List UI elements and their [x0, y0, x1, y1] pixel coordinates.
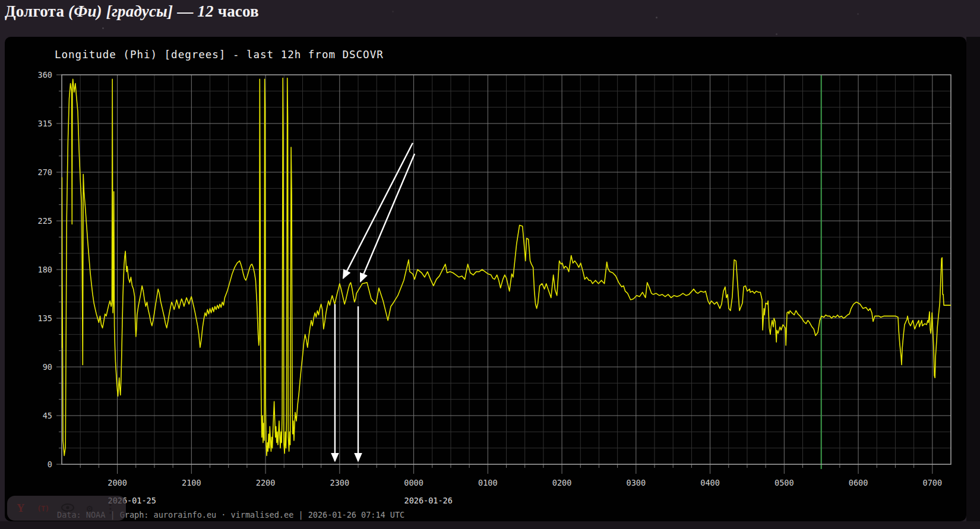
eye-icon-glyph [61, 503, 74, 512]
x-tick-label: 0300 [627, 478, 646, 487]
x-tick-label: 0100 [478, 478, 498, 487]
x-tick-label: 2000 [108, 478, 127, 487]
y-tick-label: 315 [38, 119, 52, 128]
x-tick-label: 2300 [330, 478, 350, 487]
page-title-part: часов [214, 2, 259, 20]
annotation-arrow [361, 154, 415, 281]
eye-icon[interactable] [61, 503, 74, 514]
page-title-part: — [173, 2, 197, 20]
chart-canvas: Longitude (Phi) [degrees] - last 12h fro… [5, 37, 966, 521]
y-tick-label: 90 [43, 362, 52, 372]
gear-icon[interactable]: ⚙ [87, 503, 93, 514]
axis-minor-ticks [59, 91, 914, 468]
kebab-menu-icon[interactable]: ⋮ [105, 503, 116, 514]
x-tick-label: 0500 [774, 478, 794, 487]
floating-toolbar[interactable]: Y (T) ⚙ ⋮ [7, 496, 126, 521]
date-labels: 2026-01-252026-01-26 [108, 496, 453, 505]
y-tick-label: 270 [38, 167, 52, 177]
y-tick-label: 180 [38, 265, 52, 274]
y-tick-label: 225 [38, 216, 52, 226]
page-right-gutter [966, 37, 980, 521]
star-dot [102, 27, 104, 29]
page-title: Долгота (Фи) [градусы] — 12 часов [5, 0, 259, 23]
star-dot [392, 11, 394, 12]
chart-title: Longitude (Phi) [degrees] - last 12h fro… [55, 49, 384, 61]
page-bottom-gutter [0, 521, 980, 529]
star-dot [857, 13, 859, 15]
page-title-part: Долгота [5, 2, 68, 20]
y-tick-label: 360 [38, 70, 52, 80]
x-tick-label: 0700 [923, 478, 943, 487]
page-title-part: 12 [197, 2, 213, 20]
chart-card: Longitude (Phi) [degrees] - last 12h fro… [5, 37, 966, 521]
page-title-part: (Фи) [градусы] [68, 2, 173, 20]
y-badge-icon[interactable]: Y [17, 503, 24, 514]
translate-icon[interactable]: (T) [37, 505, 49, 512]
y-tick-label: 135 [38, 313, 52, 323]
x-tick-label: 2100 [182, 478, 201, 487]
y-tick-label: 0 [48, 460, 52, 469]
x-tick-label: 0400 [700, 478, 720, 487]
date-label: 2026-01-26 [404, 496, 453, 505]
x-tick-label: 0200 [552, 478, 572, 487]
y-tick-label: 45 [43, 411, 52, 420]
star-dot [656, 17, 657, 18]
x-tick-label: 0600 [849, 478, 868, 487]
x-tick-label: 0000 [404, 478, 423, 487]
star-dot [776, 33, 777, 35]
annotation-arrow [343, 143, 413, 278]
x-tick-label: 2200 [256, 478, 276, 487]
